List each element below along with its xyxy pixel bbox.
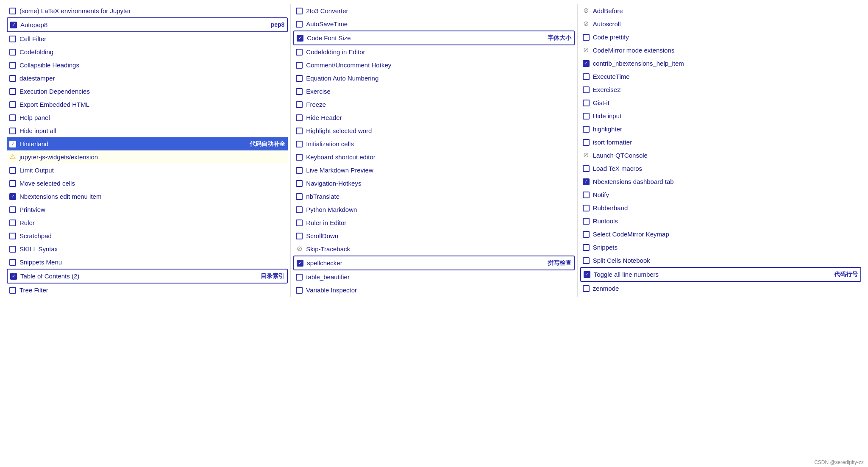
item-notify[interactable]: Notify <box>580 188 861 201</box>
checkbox-toc2[interactable] <box>10 273 17 280</box>
item-code-prettify[interactable]: Code prettify <box>580 31 861 44</box>
checkbox-help-panel[interactable] <box>9 114 16 121</box>
item-printview[interactable]: Printview <box>7 203 288 216</box>
checkbox-latex[interactable] <box>9 8 16 14</box>
item-select-codemirror-keymap[interactable]: Select CodeMirror Keymap <box>580 228 861 241</box>
checkbox-limit-output[interactable] <box>9 167 16 174</box>
checkbox-2to3[interactable] <box>296 8 303 14</box>
checkbox-code-font-size[interactable] <box>297 35 303 42</box>
item-autoscroll[interactable]: ⊘Autoscroll <box>580 17 861 31</box>
item-zenmode[interactable]: zenmode <box>580 282 861 295</box>
checkbox-variable-inspector[interactable] <box>296 287 303 294</box>
checkbox-jupyter-js-widgets[interactable]: ⚠ <box>9 154 16 161</box>
item-scratchpad[interactable]: Scratchpad <box>7 229 288 242</box>
item-codemirror-mode-extensions[interactable]: ⊘CodeMirror mode extensions <box>580 44 861 57</box>
checkbox-contrib-nbextensions-help-item[interactable] <box>583 60 590 67</box>
checkbox-codefolding-editor[interactable] <box>296 49 303 56</box>
checkbox-tree-filter[interactable] <box>9 287 16 294</box>
item-toggle-all-line-numbers[interactable]: Toggle all line numbers代码行号 <box>580 267 861 282</box>
item-move-selected-cells[interactable]: Move selected cells <box>7 177 288 190</box>
checkbox-ruler[interactable] <box>9 220 16 226</box>
item-load-tex-macros[interactable]: Load TeX macros <box>580 162 861 175</box>
checkbox-python-markdown[interactable] <box>296 206 303 213</box>
item-scrolldown[interactable]: ScrollDown <box>293 229 574 242</box>
item-launch-qtconsole[interactable]: ⊘Launch QTConsole <box>580 149 861 162</box>
checkbox-hide-input-all[interactable] <box>9 128 16 134</box>
item-toc2[interactable]: Table of Contents (2)目录索引 <box>7 269 288 284</box>
item-skill-syntax[interactable]: SKILL Syntax <box>7 242 288 256</box>
checkbox-notify[interactable] <box>583 192 590 198</box>
item-autopep8[interactable]: Autopep8pep8 <box>7 17 288 32</box>
checkbox-select-codemirror-keymap[interactable] <box>583 231 590 238</box>
item-ruler-in-editor[interactable]: Ruler in Editor <box>293 216 574 229</box>
item-code-font-size[interactable]: Code Font Size字体大小 <box>293 31 574 45</box>
checkbox-addbefore[interactable]: ⊘ <box>583 8 590 14</box>
item-help-panel[interactable]: Help panel <box>7 111 288 124</box>
item-nbtranslate[interactable]: nbTranslate <box>293 190 574 203</box>
checkbox-snippets[interactable] <box>583 244 590 251</box>
checkbox-table-beautifier[interactable] <box>296 274 303 281</box>
checkbox-load-tex-macros[interactable] <box>583 165 590 172</box>
item-runtools[interactable]: Runtools <box>580 214 861 228</box>
item-exercise2[interactable]: Exercise2 <box>580 83 861 96</box>
item-keyboard-shortcut-editor[interactable]: Keyboard shortcut editor <box>293 150 574 164</box>
item-hide-input[interactable]: Hide input <box>580 109 861 122</box>
checkbox-skip-traceback[interactable]: ⊘ <box>296 246 303 253</box>
item-snippets[interactable]: Snippets <box>580 241 861 254</box>
checkbox-autosavetime[interactable] <box>296 21 303 28</box>
checkbox-hide-header[interactable] <box>296 114 303 121</box>
checkbox-ruler-in-editor[interactable] <box>296 220 303 226</box>
checkbox-equation-auto-numbering[interactable] <box>296 75 303 82</box>
item-addbefore[interactable]: ⊘AddBefore <box>580 4 861 17</box>
checkbox-datestamper[interactable] <box>9 75 16 82</box>
item-live-markdown-preview[interactable]: Live Markdown Preview <box>293 164 574 177</box>
checkbox-nbextensions-edit-menu[interactable] <box>9 193 16 200</box>
item-cell-filter[interactable]: Cell Filter <box>7 32 288 45</box>
checkbox-live-markdown-preview[interactable] <box>296 167 303 174</box>
checkbox-autopep8[interactable] <box>10 22 17 28</box>
item-freeze[interactable]: Freeze <box>293 98 574 111</box>
checkbox-skill-syntax[interactable] <box>9 246 16 253</box>
checkbox-move-selected-cells[interactable] <box>9 180 16 187</box>
item-split-cells-notebook[interactable]: Split Cells Notebook <box>580 254 861 267</box>
checkbox-scrolldown[interactable] <box>296 233 303 239</box>
checkbox-isort-formatter[interactable] <box>583 139 590 146</box>
checkbox-highlighter[interactable] <box>583 126 590 133</box>
checkbox-execution-dependencies[interactable] <box>9 88 16 95</box>
item-table-beautifier[interactable]: table_beautifier <box>293 270 574 284</box>
checkbox-hinterland[interactable] <box>9 141 16 147</box>
item-rubberband[interactable]: Rubberband <box>580 201 861 214</box>
checkbox-nbtranslate[interactable] <box>296 193 303 200</box>
item-python-markdown[interactable]: Python Markdown <box>293 203 574 216</box>
checkbox-autoscroll[interactable]: ⊘ <box>583 21 590 28</box>
item-codefolding-editor[interactable]: Codefolding in Editor <box>293 45 574 58</box>
item-snippets-menu[interactable]: Snippets Menu <box>7 256 288 269</box>
checkbox-codemirror-mode-extensions[interactable]: ⊘ <box>583 47 590 54</box>
item-highlighter[interactable]: highlighter <box>580 122 861 136</box>
checkbox-split-cells-notebook[interactable] <box>583 257 590 264</box>
item-latex[interactable]: (some) LaTeX environments for Jupyter <box>7 4 288 17</box>
item-executetime[interactable]: ExecuteTime <box>580 70 861 83</box>
item-tree-filter[interactable]: Tree Filter <box>7 284 288 297</box>
checkbox-launch-qtconsole[interactable]: ⊘ <box>583 152 590 159</box>
item-execution-dependencies[interactable]: Execution Dependencies <box>7 85 288 98</box>
checkbox-code-prettify[interactable] <box>583 34 590 41</box>
checkbox-exercise2[interactable] <box>583 86 590 93</box>
checkbox-initialization-cells[interactable] <box>296 141 303 147</box>
item-autosavetime[interactable]: AutoSaveTime <box>293 17 574 31</box>
item-datestamper[interactable]: datestamper <box>7 72 288 85</box>
item-nbextensions-edit-menu[interactable]: Nbextensions edit menu item <box>7 190 288 203</box>
checkbox-codefolding[interactable] <box>9 49 16 56</box>
item-isort-formatter[interactable]: isort formatter <box>580 136 861 149</box>
item-gist-it[interactable]: Gist-it <box>580 96 861 109</box>
item-highlight-selected-word[interactable]: Highlight selected word <box>293 124 574 137</box>
checkbox-spellchecker[interactable] <box>297 260 303 267</box>
item-equation-auto-numbering[interactable]: Equation Auto Numbering <box>293 72 574 85</box>
checkbox-rubberband[interactable] <box>583 205 590 211</box>
checkbox-printview[interactable] <box>9 206 16 213</box>
checkbox-freeze[interactable] <box>296 101 303 108</box>
checkbox-collapsible-headings[interactable] <box>9 62 16 69</box>
item-spellchecker[interactable]: spellchecker拼写检查 <box>293 256 574 270</box>
checkbox-navigation-hotkeys[interactable] <box>296 180 303 187</box>
checkbox-gist-it[interactable] <box>583 100 590 106</box>
